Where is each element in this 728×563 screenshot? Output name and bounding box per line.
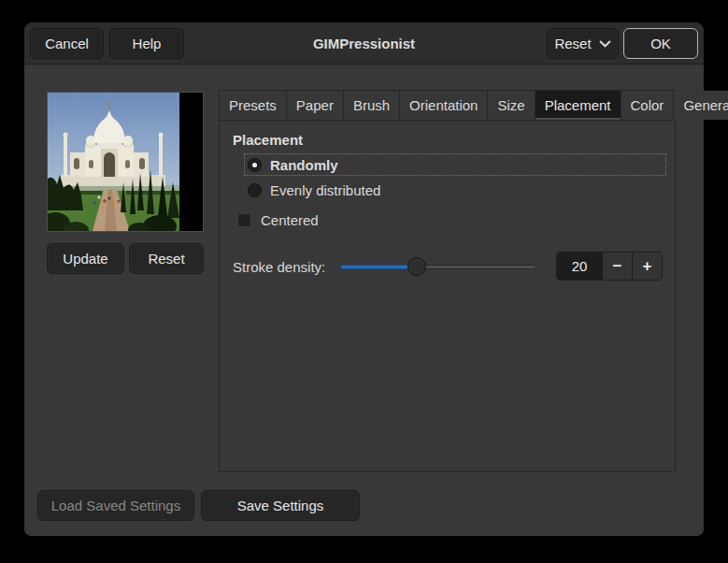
load-saved-settings-label: Load Saved Settings	[51, 498, 180, 513]
tab-brush[interactable]: Brush	[344, 91, 400, 120]
save-settings-button[interactable]: Save Settings	[201, 490, 360, 521]
stroke-density-label: Stroke density:	[233, 259, 325, 275]
preview-frame	[47, 92, 204, 232]
header-bar: GIMPressionist Cancel Help Reset OK	[24, 22, 704, 65]
evenly-distributed-radio[interactable]	[248, 183, 262, 197]
tab-bar: Presets Paper Brush Orientation Size Pla…	[220, 91, 675, 121]
tab-placement[interactable]: Placement	[535, 91, 621, 120]
help-button[interactable]: Help	[109, 28, 184, 59]
radio-option-randomly[interactable]: Randomly	[244, 153, 666, 176]
tab-presets[interactable]: Presets	[220, 91, 287, 120]
preview-image-taj-mahal	[48, 93, 179, 231]
load-saved-settings-button[interactable]: Load Saved Settings	[37, 490, 194, 521]
stroke-density-minus-button[interactable]: −	[602, 253, 632, 280]
stroke-density-spinbox: − +	[556, 252, 663, 281]
tab-general[interactable]: General	[674, 91, 728, 120]
tab-size[interactable]: Size	[488, 91, 535, 120]
update-button-label: Update	[63, 251, 107, 267]
preview-reset-button[interactable]: Reset	[129, 243, 204, 274]
ok-button[interactable]: OK	[623, 28, 698, 59]
stroke-density-fill	[340, 265, 417, 269]
tab-paper[interactable]: Paper	[287, 91, 344, 120]
save-settings-label: Save Settings	[237, 498, 324, 513]
stroke-density-plus-button[interactable]: +	[632, 253, 662, 280]
cancel-button[interactable]: Cancel	[30, 28, 104, 59]
evenly-distributed-radio-label: Evenly distributed	[270, 182, 380, 198]
minus-icon: −	[613, 257, 622, 276]
gimpressionist-dialog: GIMPressionist Cancel Help Reset OK	[24, 22, 704, 536]
centered-checkbox-box[interactable]	[237, 213, 251, 227]
tab-orientation[interactable]: Orientation	[400, 91, 488, 120]
randomly-radio[interactable]	[248, 158, 262, 172]
centered-checkbox-row[interactable]: Centered	[237, 212, 319, 228]
help-button-label: Help	[133, 36, 162, 51]
tab-color[interactable]: Color	[621, 91, 675, 120]
centered-checkbox-label: Centered	[261, 212, 319, 228]
radio-option-evenly-distributed[interactable]: Evenly distributed	[244, 180, 380, 200]
update-button[interactable]: Update	[47, 243, 124, 274]
stroke-density-value-input[interactable]	[557, 253, 602, 280]
ok-button-label: OK	[650, 36, 671, 51]
preview-reset-button-label: Reset	[148, 251, 184, 267]
cancel-button-label: Cancel	[45, 36, 89, 51]
randomly-radio-label: Randomly	[270, 157, 338, 173]
settings-notebook: Presets Paper Brush Orientation Size Pla…	[219, 90, 676, 472]
stroke-density-slider[interactable]	[340, 255, 536, 278]
stroke-density-handle[interactable]	[407, 257, 426, 276]
placement-heading: Placement	[233, 132, 303, 148]
chevron-down-icon	[599, 40, 611, 48]
reset-dropdown-label: Reset	[554, 36, 591, 51]
reset-dropdown-button[interactable]: Reset	[547, 28, 619, 59]
plus-icon: +	[643, 257, 652, 276]
